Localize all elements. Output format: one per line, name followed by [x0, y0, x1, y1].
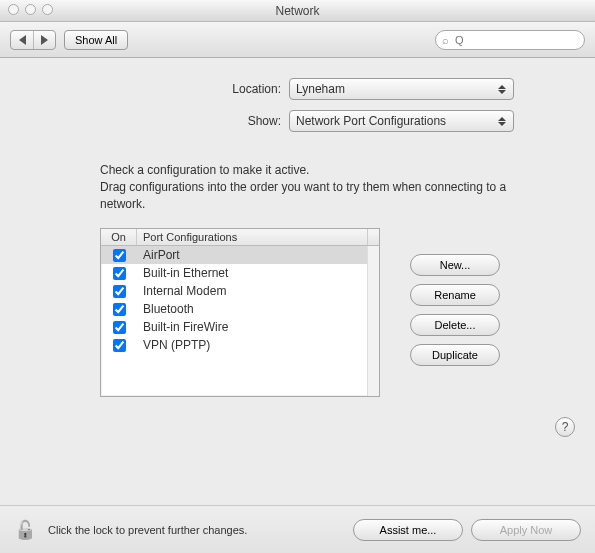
back-button[interactable] [11, 31, 33, 49]
show-value: Network Port Configurations [296, 114, 446, 128]
instruction-line: Check a configuration to make it active. [100, 162, 520, 179]
search-field[interactable]: ⌕ [435, 30, 585, 50]
row-checkbox[interactable] [113, 249, 126, 262]
toolbar: Show All ⌕ [0, 22, 595, 58]
chevron-right-icon [41, 35, 48, 45]
content: Location: Lyneham Show: Network Port Con… [0, 58, 595, 437]
row-name: Bluetooth [137, 302, 379, 316]
instructions: Check a configuration to make it active.… [100, 162, 520, 212]
show-all-button[interactable]: Show All [64, 30, 128, 50]
zoom-icon[interactable] [42, 4, 53, 15]
location-label: Location: [81, 82, 281, 96]
instruction-line: Drag configurations into the order you w… [100, 179, 520, 213]
col-header-name[interactable]: Port Configurations [137, 229, 367, 245]
search-input[interactable] [453, 33, 595, 47]
row-checkbox[interactable] [113, 285, 126, 298]
row-checkbox[interactable] [113, 339, 126, 352]
table-header: On Port Configurations [101, 229, 379, 246]
location-select[interactable]: Lyneham [289, 78, 514, 100]
table-row[interactable]: Bluetooth [101, 300, 379, 318]
side-buttons: New... Rename Delete... Duplicate [410, 228, 500, 366]
forward-button[interactable] [33, 31, 55, 49]
rename-button[interactable]: Rename [410, 284, 500, 306]
lock-icon[interactable]: 🔓 [14, 519, 36, 541]
lock-text: Click the lock to prevent further change… [48, 524, 247, 536]
row-name: AirPort [137, 248, 379, 262]
window-controls[interactable] [8, 4, 53, 15]
nav-segment [10, 30, 56, 50]
assist-button[interactable]: Assist me... [353, 519, 463, 541]
row-name: Built-in Ethernet [137, 266, 379, 280]
row-checkbox[interactable] [113, 303, 126, 316]
row-name: Built-in FireWire [137, 320, 379, 334]
table-row[interactable]: Built-in FireWire [101, 318, 379, 336]
location-value: Lyneham [296, 82, 345, 96]
footer: 🔓 Click the lock to prevent further chan… [0, 505, 595, 553]
table-row[interactable]: AirPort [101, 246, 379, 264]
updown-icon [495, 113, 509, 129]
row-name: Internal Modem [137, 284, 379, 298]
titlebar: Network [0, 0, 595, 22]
table-row[interactable]: VPN (PPTP) [101, 336, 379, 354]
port-config-table: On Port Configurations AirPortBuilt-in E… [100, 228, 380, 397]
close-icon[interactable] [8, 4, 19, 15]
col-header-on[interactable]: On [101, 229, 137, 245]
show-select[interactable]: Network Port Configurations [289, 110, 514, 132]
updown-icon [495, 81, 509, 97]
scrollbar[interactable] [367, 246, 379, 396]
row-checkbox[interactable] [113, 321, 126, 334]
apply-button[interactable]: Apply Now [471, 519, 581, 541]
new-button[interactable]: New... [410, 254, 500, 276]
table-row[interactable]: Internal Modem [101, 282, 379, 300]
table-body: AirPortBuilt-in EthernetInternal ModemBl… [101, 246, 379, 396]
row-checkbox[interactable] [113, 267, 126, 280]
help-icon: ? [562, 420, 569, 434]
minimize-icon[interactable] [25, 4, 36, 15]
search-icon: ⌕ [442, 34, 449, 46]
row-name: VPN (PPTP) [137, 338, 379, 352]
duplicate-button[interactable]: Duplicate [410, 344, 500, 366]
table-row[interactable]: Built-in Ethernet [101, 264, 379, 282]
chevron-left-icon [19, 35, 26, 45]
delete-button[interactable]: Delete... [410, 314, 500, 336]
show-label: Show: [81, 114, 281, 128]
help-button[interactable]: ? [555, 417, 575, 437]
window-title: Network [275, 4, 319, 18]
